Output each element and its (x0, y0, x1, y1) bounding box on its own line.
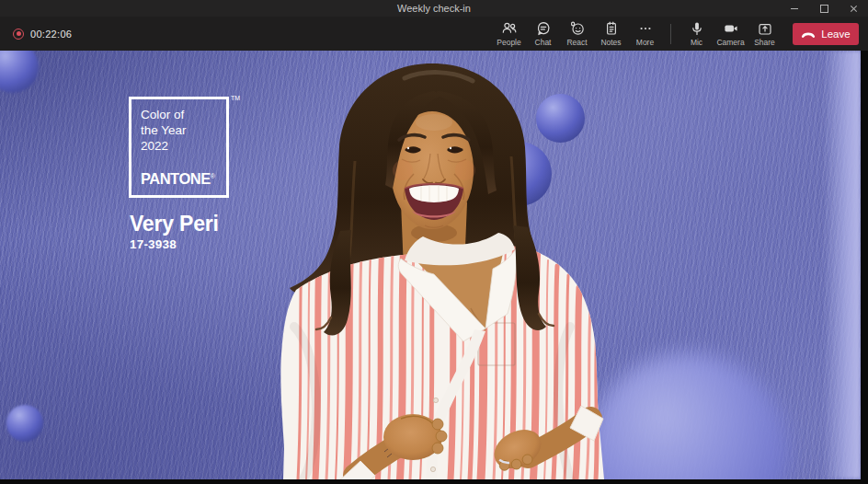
more-button[interactable]: More (628, 18, 662, 50)
notes-icon (603, 20, 620, 37)
mic-icon (689, 20, 705, 37)
decor-sphere (0, 51, 39, 93)
camera-icon (723, 20, 739, 37)
people-label: People (497, 39, 520, 47)
pantone-box: TM Color of the Year 2022 PANTONE® (129, 97, 229, 198)
window-title: Weekly check-in (397, 3, 471, 14)
people-button[interactable]: People (492, 18, 526, 50)
presenter-video (267, 51, 616, 479)
background-light-band (822, 51, 861, 479)
camera-button[interactable]: Camera (714, 18, 748, 50)
record-icon (13, 29, 24, 40)
decor-sphere (6, 405, 43, 442)
close-icon (850, 5, 858, 13)
window-controls (780, 0, 868, 17)
title-bar: Weekly check-in (0, 0, 868, 17)
leave-button[interactable]: Leave (793, 23, 859, 45)
chat-label: Chat (535, 39, 552, 47)
color-code: 17-3938 (130, 237, 229, 251)
leave-label: Leave (821, 29, 850, 40)
meeting-toolbar: 00:22:06 People Chat (0, 17, 868, 51)
maximize-icon (820, 5, 828, 13)
chat-icon (535, 20, 552, 37)
camera-label: Camera (716, 39, 744, 47)
notes-label: Notes (600, 39, 621, 47)
notes-button[interactable]: Notes (594, 18, 628, 50)
react-icon (569, 20, 586, 37)
pantone-line1: Color of (141, 107, 226, 122)
pantone-line3: 2022 (141, 138, 226, 154)
react-label: React (566, 39, 587, 47)
recording-indicator: 00:22:06 (13, 29, 72, 40)
close-button[interactable] (839, 0, 868, 17)
more-label: More (636, 39, 654, 47)
pantone-line2: the Year (141, 122, 226, 138)
teams-meeting-window: Weekly check-in 00:22:06 People Chat (0, 0, 868, 484)
recording-timer: 00:22:06 (30, 29, 72, 40)
pantone-brand: PANTONE® (141, 170, 226, 188)
color-name: Very Peri (130, 212, 229, 236)
mic-label: Mic (691, 39, 702, 47)
minimize-icon (791, 8, 798, 9)
maximize-button[interactable] (809, 0, 839, 17)
video-stage[interactable]: TM Color of the Year 2022 PANTONE® Very … (0, 51, 861, 479)
more-icon (637, 20, 654, 37)
hangup-icon (801, 29, 816, 40)
minimize-button[interactable] (780, 0, 809, 17)
people-icon (501, 20, 518, 37)
share-icon (757, 20, 773, 37)
decor-sphere (587, 352, 789, 479)
pantone-overlay: TM Color of the Year 2022 PANTONE® Very … (129, 97, 229, 251)
registered-symbol: ® (211, 173, 215, 179)
chat-button[interactable]: Chat (526, 18, 560, 50)
share-button[interactable]: Share (748, 18, 782, 50)
react-button[interactable]: React (560, 18, 594, 50)
mic-button[interactable]: Mic (680, 18, 714, 50)
trademark-symbol: TM (231, 95, 240, 101)
share-label: Share (754, 39, 775, 47)
toolbar-separator (670, 24, 671, 44)
